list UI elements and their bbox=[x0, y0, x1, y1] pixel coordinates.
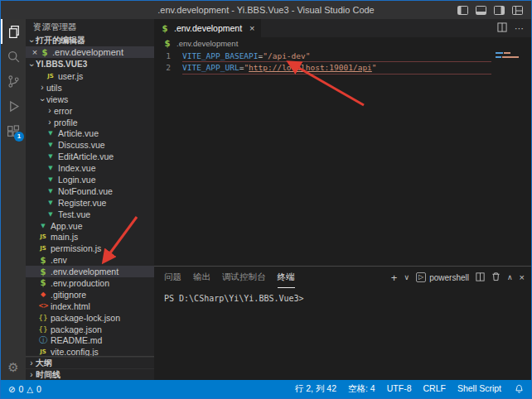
chevron-right-icon: › bbox=[27, 370, 36, 379]
kill-terminal-icon[interactable] bbox=[491, 272, 501, 283]
code-token: VITE_APP_URL bbox=[182, 63, 239, 72]
editor-region: $ .env.development × ⋯ $ .env.developmen… bbox=[154, 19, 531, 380]
problems-status[interactable]: ⊘ 0 △ 0 bbox=[8, 384, 41, 394]
tree-item-permission.js[interactable]: JSpermission.js bbox=[26, 243, 154, 254]
titlebar-layout-controls bbox=[457, 6, 531, 15]
tree-item-Register.vue[interactable]: ▼Register.vue bbox=[26, 197, 154, 209]
close-panel-icon[interactable]: × bbox=[520, 272, 525, 282]
new-terminal-icon[interactable]: + bbox=[391, 272, 398, 284]
activity-source-control[interactable] bbox=[1, 69, 26, 94]
search-icon bbox=[7, 50, 21, 64]
chevron-right-icon: › bbox=[38, 83, 46, 92]
file-label: .env.development bbox=[52, 47, 123, 57]
tree-item-Test.vue[interactable]: ▼Test.vue bbox=[26, 209, 154, 220]
file-label: permission.js bbox=[51, 243, 101, 253]
chevron-right-icon: › bbox=[27, 358, 36, 368]
section-label: 时间线 bbox=[36, 369, 60, 381]
activity-explorer[interactable] bbox=[1, 19, 26, 44]
tree-item-profile[interactable]: ›profile bbox=[26, 117, 154, 128]
file-label: index.html bbox=[51, 301, 90, 311]
shell-file-icon: $ bbox=[40, 48, 50, 57]
chevron-down-icon[interactable]: ∨ bbox=[404, 273, 409, 281]
tree-item-Login.vue[interactable]: ▼Login.vue bbox=[26, 174, 154, 185]
split-terminal-icon[interactable] bbox=[476, 272, 485, 283]
tree-item-utils[interactable]: ›utils bbox=[26, 82, 154, 94]
activity-extensions[interactable]: 1 bbox=[1, 118, 26, 143]
code-editor[interactable]: 1VITE_APP_BASEAPI="/api-dev"2VITE_APP_UR… bbox=[154, 49, 531, 266]
activity-search[interactable] bbox=[1, 44, 26, 69]
vue-file-icon: ▼ bbox=[46, 142, 56, 148]
tree-item-vite.config.js[interactable]: JSvite.config.js bbox=[26, 346, 154, 356]
file-label: vite.config.js bbox=[51, 347, 99, 356]
tree-item-.gitignore[interactable]: ◆.gitignore bbox=[26, 289, 154, 300]
tree-item-Index.vue[interactable]: ▼Index.vue bbox=[26, 162, 154, 174]
section-timeline[interactable]: ›时间线 bbox=[26, 368, 154, 380]
git-file-icon: ◆ bbox=[38, 291, 48, 298]
activity-run-debug[interactable] bbox=[1, 94, 26, 118]
status-encoding[interactable]: UTF-8 bbox=[387, 383, 412, 395]
code-token: http://localhost:19001/api bbox=[249, 63, 372, 72]
chevron-right-icon: › bbox=[46, 106, 54, 115]
open-editors-header[interactable]: › 打开的编辑器 bbox=[26, 34, 154, 46]
panel-tab-terminal[interactable]: 终端 bbox=[278, 267, 295, 288]
tree-item-Discuss.vue[interactable]: ▼Discuss.vue bbox=[26, 139, 154, 151]
status-language-mode[interactable]: Shell Script bbox=[457, 383, 501, 395]
git-branch-icon bbox=[7, 75, 21, 89]
section-outline[interactable]: ›大纲 bbox=[26, 357, 154, 368]
panel-tab-debug-console[interactable]: 调试控制台 bbox=[222, 267, 266, 288]
file-label: README.md bbox=[51, 335, 102, 345]
tree-item-.env.production[interactable]: $.env.production bbox=[26, 277, 154, 289]
more-actions-icon[interactable]: ⋯ bbox=[515, 23, 524, 34]
maximize-panel-icon[interactable]: ∧ bbox=[507, 273, 513, 281]
minimap[interactable] bbox=[493, 49, 531, 266]
tree-item-package.json[interactable]: {}package.json bbox=[26, 324, 154, 335]
file-label: main.js bbox=[51, 232, 78, 242]
chevron-down-icon: › bbox=[27, 37, 36, 46]
tree-item-Article.vue[interactable]: ▼Article.vue bbox=[26, 127, 154, 139]
tree-item-error[interactable]: ›error bbox=[26, 105, 154, 117]
tree-item-EditArticle.vue[interactable]: ▼EditArticle.vue bbox=[26, 151, 154, 162]
terminal-shell-selector[interactable]: ▷ powershell bbox=[416, 272, 469, 282]
tree-item-main.js[interactable]: JSmain.js bbox=[26, 231, 154, 243]
tree-item-.env[interactable]: $.env bbox=[26, 254, 154, 266]
vue-file-icon: ▼ bbox=[46, 153, 56, 160]
breadcrumb-file: .env.development bbox=[177, 39, 238, 48]
panel-tab-output[interactable]: 输出 bbox=[193, 267, 210, 288]
minimap-mark bbox=[496, 56, 519, 58]
open-editor-item-env-development[interactable]: × $ .env.development bbox=[26, 46, 154, 58]
tree-item-.env.development[interactable]: $.env.development bbox=[26, 266, 154, 277]
tree-item-App.vue[interactable]: ▼App.vue bbox=[26, 220, 154, 232]
tree-item-index.html[interactable]: <>index.html bbox=[26, 300, 154, 312]
tree-item-user.js[interactable]: JSuser.js bbox=[26, 70, 154, 82]
code-line-1[interactable]: 1VITE_APP_BASEAPI="/api-dev" bbox=[154, 50, 531, 62]
close-icon[interactable]: × bbox=[249, 23, 254, 33]
close-icon[interactable]: × bbox=[30, 47, 40, 57]
status-eol[interactable]: CRLF bbox=[423, 383, 445, 395]
status-cursor-position[interactable]: 行 2, 列 42 bbox=[295, 383, 336, 395]
terminal-content[interactable]: PS D:\CSharp\Yi\Yi.BBS.Vue3> bbox=[154, 288, 531, 380]
toggle-secondary-sidebar-icon[interactable] bbox=[494, 6, 505, 15]
tree-item-NotFound.vue[interactable]: ▼NotFound.vue bbox=[26, 185, 154, 197]
toggle-panel-icon[interactable] bbox=[476, 6, 486, 15]
warning-icon: △ bbox=[27, 385, 33, 394]
tree-item-README.md[interactable]: ⓘREADME.md bbox=[26, 334, 154, 346]
customize-layout-icon[interactable] bbox=[512, 6, 523, 15]
panel-tab-problems[interactable]: 问题 bbox=[164, 267, 181, 288]
tree-item-views[interactable]: ›views bbox=[26, 94, 154, 105]
toggle-sidebar-icon[interactable] bbox=[457, 6, 468, 15]
settings-gear-icon[interactable]: ⚙ bbox=[1, 355, 26, 380]
notifications-bell-icon[interactable] bbox=[515, 384, 524, 394]
status-indentation[interactable]: 空格: 4 bbox=[348, 383, 375, 395]
tab-env-development[interactable]: $ .env.development × bbox=[154, 19, 261, 37]
breadcrumb[interactable]: $ .env.development bbox=[154, 37, 531, 49]
chevron-down-icon: › bbox=[38, 96, 47, 104]
file-tree: JSuser.js›utils›views›error›profile▼Arti… bbox=[26, 70, 154, 356]
split-editor-icon[interactable] bbox=[497, 22, 507, 34]
project-root-header[interactable]: › YI.BBS.VUE3 bbox=[26, 58, 154, 70]
panel-actions: + ∨ ▷ powershell ∧ × bbox=[391, 272, 525, 284]
terminal-prompt: PS D:\CSharp\Yi\Yi.BBS.Vue3> bbox=[164, 294, 304, 303]
tree-item-package-lock.json[interactable]: {}package-lock.json bbox=[26, 312, 154, 324]
status-bar: ⊘ 0 △ 0 行 2, 列 42空格: 4UTF-8CRLFShell Scr… bbox=[1, 380, 531, 398]
vue-file-icon: ▼ bbox=[46, 188, 56, 195]
code-line-2[interactable]: 2VITE_APP_URL="http://localhost:19001/ap… bbox=[154, 62, 531, 74]
